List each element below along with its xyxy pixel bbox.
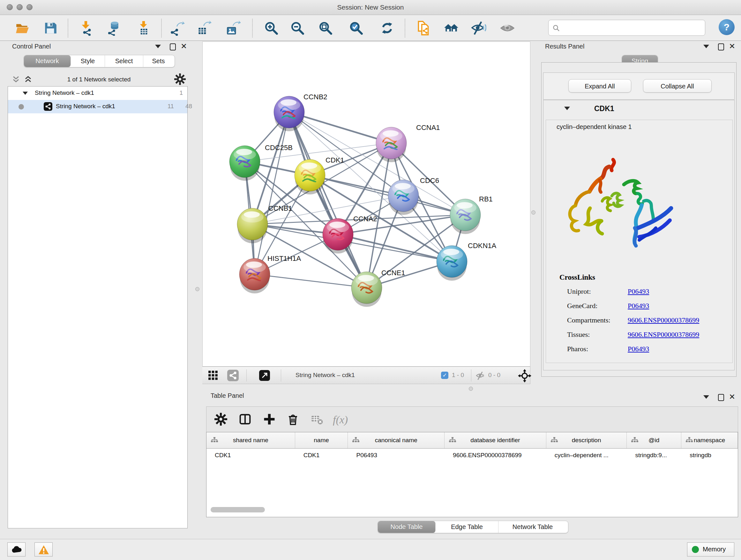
collapse-all-networks-icon[interactable]	[23, 75, 32, 85]
column-header-@id[interactable]: @id	[627, 432, 681, 448]
network-label: String Network – cdk1	[56, 103, 115, 110]
control-panel-menu-caret[interactable]	[155, 45, 161, 48]
fit-selected-crosshair-icon[interactable]	[518, 369, 532, 384]
collapse-all-button[interactable]: Collapse All	[643, 79, 712, 92]
refresh-view-icon[interactable]	[380, 20, 395, 36]
open-in-new-window-icon[interactable]	[259, 370, 270, 381]
table-cell[interactable]: CDK1	[206, 449, 295, 462]
help-button[interactable]: ?	[719, 19, 735, 35]
table-panel-float-button[interactable]	[718, 394, 724, 401]
table-row[interactable]: CDK1CDK1P064939606.ENSP00000378699cyclin…	[206, 449, 738, 462]
open-session-icon[interactable]	[15, 20, 30, 36]
crosslink-link[interactable]: P06493	[628, 287, 649, 296]
zoom-in-icon[interactable]	[264, 20, 279, 36]
tab-edge-table[interactable]: Edge Table	[435, 521, 498, 533]
collection-expand-caret[interactable]	[23, 91, 28, 95]
crosslink-link[interactable]: 9606.ENSP00000378699	[628, 316, 699, 324]
column-header-shared-name[interactable]: shared name	[206, 432, 295, 448]
column-header-name[interactable]: name	[295, 432, 348, 448]
tab-network[interactable]: Network	[24, 55, 71, 67]
column-header-description[interactable]: description	[546, 432, 627, 448]
node-label-CDKN1A: CDKN1A	[468, 242, 496, 250]
selected-checkbox-icon[interactable]: ✓	[441, 372, 448, 379]
crosslink-link[interactable]: P06493	[628, 345, 649, 353]
network-options-gear-icon[interactable]	[174, 73, 186, 86]
expand-all-button[interactable]: Expand All	[568, 79, 631, 92]
edge-HIST1H1A-CCNE1[interactable]	[255, 274, 367, 288]
table-cell[interactable]: stringdb:9...	[627, 449, 681, 462]
results-panel-float-button[interactable]	[718, 44, 724, 51]
node-CDC6[interactable]	[388, 180, 419, 215]
right-splitter-handle[interactable]	[531, 210, 536, 214]
node-CCNB1[interactable]	[237, 208, 268, 243]
column-header-canonical-name[interactable]: canonical name	[348, 432, 445, 448]
node-HIST1H1A[interactable]	[239, 258, 270, 294]
add-column-plus-icon[interactable]	[263, 413, 276, 426]
tab-style[interactable]: Style	[71, 55, 105, 67]
node-CDKN1A[interactable]	[436, 246, 467, 281]
node-CCNA1[interactable]	[376, 127, 407, 162]
table-horizontal-scrollbar[interactable]	[211, 507, 265, 512]
node-CCNA2[interactable]	[323, 219, 353, 253]
node-label-CDK1: CDK1	[326, 156, 344, 164]
table-cell[interactable]: P06493	[348, 449, 445, 462]
function-builder-icon[interactable]: f(x)	[333, 414, 348, 426]
search-input[interactable]	[548, 20, 705, 36]
home-pages-icon[interactable]	[444, 20, 459, 36]
table-cell[interactable]: stringdb	[681, 449, 738, 462]
delete-column-trash-icon[interactable]	[286, 413, 299, 426]
node-RB1[interactable]	[450, 199, 481, 234]
table-cell[interactable]: CDK1	[295, 449, 348, 462]
node-CCNB2[interactable]	[274, 96, 305, 131]
node-CDK1[interactable]	[294, 159, 325, 194]
edge-CCNB2-HIST1H1A[interactable]	[255, 112, 289, 274]
network-collection-row[interactable]: String Network – cdk1 1	[8, 86, 187, 100]
import-network-database-icon[interactable]	[106, 20, 121, 36]
table-panel-menu-caret[interactable]	[703, 395, 709, 399]
import-network-file-icon[interactable]	[79, 20, 94, 36]
birds-eye-view-icon[interactable]	[208, 370, 218, 382]
expand-all-networks-icon[interactable]	[11, 75, 20, 85]
table-settings-gear-icon[interactable]	[214, 413, 227, 426]
zoom-fit-content-icon[interactable]	[318, 20, 333, 36]
table-cell[interactable]: cyclin–dependent ...	[546, 449, 627, 462]
tab-sets[interactable]: Sets	[143, 55, 174, 67]
column-header-database-identifier[interactable]: database identifier	[445, 432, 546, 448]
network-row-selected[interactable]: String Network – cdk1 11 48	[8, 100, 187, 113]
tab-network-table[interactable]: Network Table	[498, 521, 567, 533]
tab-node-table[interactable]: Node Table	[378, 521, 435, 533]
control-panel-close-button[interactable]: ✕	[181, 43, 187, 50]
tab-select[interactable]: Select	[105, 55, 143, 67]
export-table-icon[interactable]	[197, 20, 212, 36]
gene-section-collapse-caret[interactable]	[564, 107, 570, 110]
left-splitter-handle[interactable]	[195, 287, 199, 291]
table-panel-close-button[interactable]: ✕	[729, 393, 735, 400]
control-panel-float-button[interactable]	[170, 44, 176, 51]
string-style-icon[interactable]	[227, 370, 239, 381]
show-columns-icon[interactable]	[239, 413, 252, 426]
edge-CCNB2-CCNA1[interactable]	[289, 112, 391, 143]
export-image-icon[interactable]	[225, 20, 241, 36]
export-network-icon[interactable]	[170, 20, 185, 36]
cloud-button[interactable]	[7, 543, 25, 557]
crosslink-link[interactable]: 9606.ENSP00000378699	[628, 330, 699, 339]
import-table-file-icon[interactable]	[136, 20, 151, 36]
network-view-canvas[interactable]: CCNB2CCNA1CDC25BCDK1CDC6RB1CCNB1CCNA2CDK…	[202, 42, 530, 367]
zoom-out-icon[interactable]	[290, 20, 305, 36]
delete-table-icon[interactable]	[311, 413, 324, 426]
node-CDC25B[interactable]	[229, 145, 260, 181]
warning-button[interactable]	[35, 543, 53, 557]
save-session-icon[interactable]	[43, 20, 58, 36]
table-cell[interactable]: 9606.ENSP00000378699	[445, 449, 546, 462]
memory-button[interactable]: Memory	[687, 543, 734, 557]
node-CCNE1[interactable]	[351, 272, 382, 307]
share-document-icon[interactable]	[416, 20, 431, 36]
results-panel-close-button[interactable]: ✕	[729, 43, 735, 50]
hide-selected-eye-slash-icon[interactable]	[471, 20, 486, 36]
results-panel-menu-caret[interactable]	[703, 45, 709, 48]
zoom-fit-selected-icon[interactable]	[348, 20, 364, 36]
crosslink-link[interactable]: P06493	[628, 302, 649, 310]
column-header-namespace[interactable]: namespace	[681, 432, 738, 448]
bottom-splitter-handle[interactable]	[469, 387, 473, 391]
show-all-eye-icon[interactable]	[500, 20, 515, 36]
